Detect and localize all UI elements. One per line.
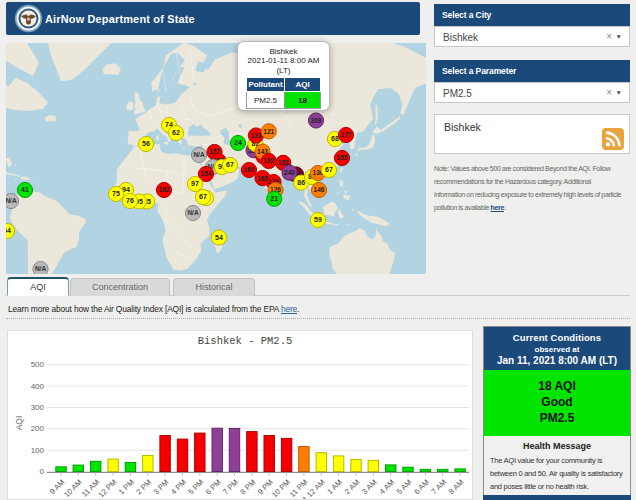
svg-text:8 AM: 8 AM [447,478,466,497]
svg-text:500: 500 [31,360,45,369]
svg-text:160: 160 [244,166,255,173]
svg-text:4 PM: 4 PM [169,478,188,497]
svg-text:192: 192 [263,157,274,164]
svg-text:2 PM: 2 PM [134,478,153,497]
svg-text:21: 21 [270,195,278,202]
svg-text:Bishkek - PM2.5: Bishkek - PM2.5 [198,335,293,347]
svg-text:AQI: AQI [14,416,24,431]
svg-text:7 PM: 7 PM [221,478,240,497]
svg-text:54: 54 [215,234,223,241]
svg-text:3 AM: 3 AM [360,478,379,497]
svg-text:54: 54 [6,227,11,234]
svg-text:24: 24 [234,139,242,146]
svg-text:N/A: N/A [187,209,199,216]
svg-text:400: 400 [31,382,45,391]
svg-text:177: 177 [341,131,352,138]
svg-text:6 AM: 6 AM [412,478,431,497]
svg-text:100: 100 [31,446,45,455]
svg-text:86: 86 [297,179,305,186]
svg-text:133: 133 [251,132,262,139]
svg-text:62: 62 [172,129,180,136]
svg-text:75: 75 [112,190,120,197]
svg-text:200: 200 [31,424,45,433]
svg-text:5 AM: 5 AM [395,478,414,497]
svg-text:2 AM: 2 AM [343,478,362,497]
svg-text:N/A: N/A [35,265,47,272]
svg-text:N/A: N/A [193,151,205,158]
svg-text:12 PM: 12 PM [97,478,119,499]
svg-text:41: 41 [21,186,29,193]
svg-text:68: 68 [331,135,339,142]
svg-text:7 AM: 7 AM [430,478,449,497]
svg-text:1 PM: 1 PM [117,478,136,497]
svg-text:N/A: N/A [6,197,17,204]
svg-text:182: 182 [159,186,170,193]
svg-text:121: 121 [263,128,274,135]
svg-text:10 PM: 10 PM [270,478,292,499]
svg-text:5 PM: 5 PM [186,478,205,497]
svg-text:76: 76 [126,197,134,204]
svg-text:97: 97 [191,180,199,187]
svg-text:309: 309 [311,117,322,124]
svg-text:10 AM: 10 AM [62,478,84,499]
svg-text:300: 300 [31,403,45,412]
svg-text:4 AM: 4 AM [378,478,397,497]
svg-text:185: 185 [257,175,268,182]
svg-text:59: 59 [314,216,322,223]
svg-text:1 AM: 1 AM [325,478,344,497]
svg-text:0: 0 [40,467,45,476]
svg-text:146: 146 [314,186,325,193]
svg-text:56: 56 [142,140,150,147]
svg-text:8 PM: 8 PM [238,478,257,497]
svg-text:67: 67 [199,193,207,200]
svg-text:154: 154 [201,170,212,177]
svg-text:3 PM: 3 PM [152,478,171,497]
svg-text:240: 240 [284,169,295,176]
svg-text:6 PM: 6 PM [204,478,223,497]
svg-text:155: 155 [337,154,348,161]
svg-text:67: 67 [325,166,333,173]
svg-text:67: 67 [226,161,234,168]
